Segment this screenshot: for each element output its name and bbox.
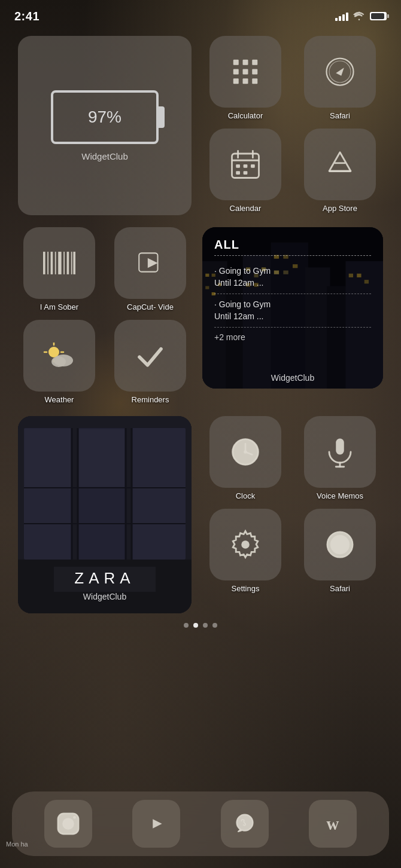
iamsober-app[interactable]: I Am Sober xyxy=(18,227,101,311)
voicememos-icon xyxy=(304,416,376,488)
calculator-label: Calculator xyxy=(228,111,263,120)
svg-text:w: w xyxy=(327,814,339,833)
clock-app[interactable]: Clock xyxy=(202,416,288,500)
instagram-icon xyxy=(44,800,92,848)
settings-label: Settings xyxy=(232,584,260,593)
svg-rect-2 xyxy=(252,60,257,65)
reminders-icon xyxy=(114,320,186,392)
svg-rect-0 xyxy=(233,60,239,65)
capcut-label: CapCut- Vide xyxy=(127,302,174,311)
row-3: ZARA WidgetClub xyxy=(18,416,383,613)
voicememos-app[interactable]: Voice Memos xyxy=(297,416,383,500)
battery-icon xyxy=(370,12,387,20)
wattpad-icon: w xyxy=(309,800,357,848)
weather-icon xyxy=(23,320,95,392)
calculator-icon-bg xyxy=(209,36,281,108)
svg-rect-15 xyxy=(236,164,240,168)
svg-rect-8 xyxy=(252,78,257,84)
dot-1 xyxy=(184,623,189,628)
safari-icon-bg-1 xyxy=(304,36,376,108)
svg-rect-6 xyxy=(233,78,239,84)
capcut-icon xyxy=(114,227,186,299)
settings-icon xyxy=(209,509,281,580)
svg-point-88 xyxy=(241,540,250,549)
battery-widget-label: WidgetClub xyxy=(81,151,128,161)
svg-rect-25 xyxy=(55,252,56,274)
svg-rect-23 xyxy=(47,252,48,274)
reminders-label: Reminders xyxy=(132,395,169,404)
appstore-app[interactable]: App Store xyxy=(297,129,383,213)
appstore-icon-bg xyxy=(304,129,376,200)
calendar-event-1: · Going to GymUntil 12am ... xyxy=(214,261,371,294)
svg-rect-77 xyxy=(79,429,124,487)
svg-rect-18 xyxy=(236,171,240,175)
svg-rect-30 xyxy=(73,252,75,274)
safari-label-1: Safari xyxy=(330,111,350,120)
svg-rect-4 xyxy=(243,69,248,75)
calendar-all-label: ALL xyxy=(214,238,371,256)
status-time: 2:41 xyxy=(14,10,40,23)
svg-point-39 xyxy=(51,356,66,367)
svg-rect-22 xyxy=(43,252,45,274)
dock-instagram[interactable] xyxy=(44,800,92,848)
svg-rect-85 xyxy=(336,439,344,455)
svg-rect-24 xyxy=(51,252,53,274)
svg-rect-3 xyxy=(233,69,239,75)
status-icons xyxy=(335,11,387,21)
status-bar: 2:41 xyxy=(0,0,401,30)
calendar-more: +2 more xyxy=(214,328,371,342)
svg-point-95 xyxy=(73,816,76,819)
wifi-icon xyxy=(353,11,365,21)
calendar-label: Calendar xyxy=(230,204,262,213)
calendar-widget[interactable]: ALL · Going to GymUntil 12am ... · Going… xyxy=(202,227,383,389)
calendar-content: ALL · Going to GymUntil 12am ... · Going… xyxy=(202,227,383,389)
whatsapp-icon xyxy=(221,800,269,848)
voicememos-label: Voice Memos xyxy=(317,491,363,500)
svg-rect-17 xyxy=(251,164,255,168)
dock-youtube[interactable] xyxy=(132,800,180,848)
weather-label: Weather xyxy=(45,395,74,404)
svg-rect-19 xyxy=(244,171,248,175)
weather-app[interactable]: Weather xyxy=(18,320,101,404)
battery-percent-text: 97% xyxy=(88,108,121,127)
safari-label-2: Safari xyxy=(330,584,350,593)
capcut-app[interactable]: CapCut- Vide xyxy=(109,227,192,311)
home-grid: 97% WidgetClub xyxy=(0,30,401,613)
battery-display: 97% xyxy=(51,90,159,144)
top-right-app-grid: Calculator Safari xyxy=(202,36,383,213)
small-apps-col: I Am Sober CapCut- Vide xyxy=(18,227,192,404)
settings-app[interactable]: Settings xyxy=(202,509,288,593)
dot-2-active xyxy=(193,623,198,628)
calendar-event-2: · Going to GymUntil 12am ... xyxy=(214,294,371,328)
battery-widget[interactable]: 97% WidgetClub xyxy=(18,36,192,215)
zara-facade: ZARA xyxy=(18,416,192,613)
iamsober-icon xyxy=(23,227,95,299)
svg-rect-7 xyxy=(243,78,248,84)
svg-rect-5 xyxy=(252,69,257,75)
svg-rect-26 xyxy=(58,252,61,274)
safari-app-2[interactable]: Safari xyxy=(297,509,383,593)
calculator-app[interactable]: Calculator xyxy=(202,36,288,120)
dot-3 xyxy=(203,623,208,628)
dock-wattpad[interactable]: w xyxy=(309,800,357,848)
svg-rect-29 xyxy=(71,252,72,274)
safari-icon-bg-2 xyxy=(304,509,376,580)
svg-point-84 xyxy=(244,450,247,454)
svg-marker-96 xyxy=(153,819,162,828)
safari-app-1[interactable]: Safari xyxy=(297,36,383,120)
svg-rect-76 xyxy=(25,429,71,487)
calendar-app[interactable]: Calendar xyxy=(202,129,288,213)
svg-rect-69 xyxy=(132,428,186,560)
signal-icon xyxy=(335,11,348,21)
row-2: I Am Sober CapCut- Vide xyxy=(18,227,383,404)
reminders-app[interactable]: Reminders xyxy=(109,320,192,404)
clock-icon xyxy=(209,416,281,488)
svg-marker-32 xyxy=(148,258,158,268)
svg-text:ZARA: ZARA xyxy=(74,569,135,587)
iamsober-label: I Am Sober xyxy=(40,302,78,311)
zara-widget[interactable]: ZARA WidgetClub xyxy=(18,416,192,613)
page-dots xyxy=(0,623,401,628)
calendar-icon-bg xyxy=(209,129,281,200)
youtube-icon xyxy=(132,800,180,848)
dock-whatsapp[interactable] xyxy=(221,800,269,848)
